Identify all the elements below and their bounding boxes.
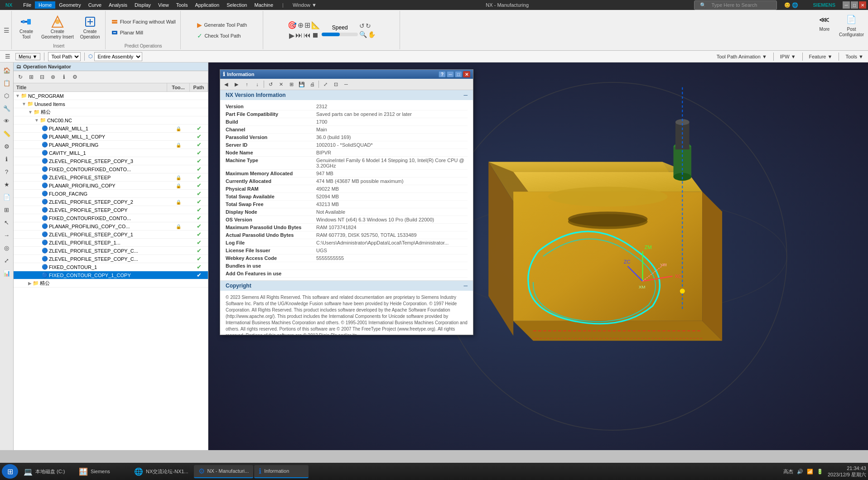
tree-row[interactable]: 🔵 ZLEVEL_PROFILE_STEEP_COPY_1 ✔ — [14, 230, 208, 239]
taskbar-item-nx-mfg[interactable]: ⚙ NX - Manufacturi... — [194, 465, 254, 478]
taskbar-item-info[interactable]: ℹ Information — [254, 465, 309, 478]
dialog-tool-copy[interactable]: ⊞ — [286, 80, 296, 89]
back-icon[interactable]: ⏮ — [304, 31, 311, 40]
tree-row[interactable]: ▼ 📁 精公 — [14, 108, 208, 116]
sidebar-icon-doc[interactable]: 📄 — [1, 191, 13, 203]
tree-row[interactable]: 🔵 ZLEVEL_PROFILE_STEEP 🔒 ✔ — [14, 173, 208, 182]
sidebar-icon-home[interactable]: 🏠 — [1, 64, 13, 76]
dialog-tool-up[interactable]: ↑ — [242, 80, 252, 89]
sidebar-icon-info[interactable]: ℹ — [1, 153, 13, 165]
dialog-content[interactable]: NX Version Information ─ Version 2312 Pa… — [220, 90, 473, 335]
spin-left-icon[interactable]: ↺ — [359, 22, 365, 29]
viewport[interactable]: XC ZM ZC YM XM — [208, 62, 868, 450]
menu-file[interactable]: File — [19, 1, 35, 9]
window-menu[interactable]: Window ▼ — [289, 1, 320, 9]
tree-row[interactable]: 🔵 FIXED_CONTOUR_COPY_1_COPY ✔ — [14, 271, 208, 279]
tree-row[interactable]: 🔵 PLANAR_MILL_1 🔒 ✔ — [14, 125, 208, 133]
planar-mill-button[interactable]: Planar Mill — [109, 28, 145, 37]
tree-row[interactable]: 🔵 ZLEVEL_PROFILE_STEEP_COPY ✔ — [14, 206, 208, 214]
tree-row[interactable]: 🔵 ZLEVEL_PROFILE_STEEP_1... ✔ — [14, 239, 208, 247]
floor-facing-button[interactable]: Floor Facing without Wall — [109, 17, 178, 26]
more-button[interactable]: ⋘ More — [813, 11, 836, 49]
nav-expand-btn[interactable]: ⊞ — [26, 72, 36, 82]
sidebar-icon-grid[interactable]: ⊞ — [1, 204, 13, 216]
nav-refresh-btn[interactable]: ↻ — [15, 72, 25, 82]
post-configurator-button[interactable]: 📄 PostConfigurator — [837, 11, 866, 49]
taskbar-clock[interactable]: 21:34:43 2023/12/9 星期六 — [828, 465, 866, 478]
tree-row[interactable]: ▼ 📁 CNC00.NC — [14, 116, 208, 125]
nav-filter-btn[interactable]: ⊛ — [48, 72, 58, 82]
sidebar-icon-layers[interactable]: 📋 — [1, 77, 13, 89]
step-icon[interactable]: ⏭ — [295, 31, 303, 40]
sys-icon-1[interactable]: 🔊 — [797, 469, 803, 475]
view-icon-3[interactable]: ⊞ — [304, 21, 310, 29]
tree-row[interactable]: ▶ 📁 精公 — [14, 279, 208, 288]
sidebar-icon-help[interactable]: ? — [1, 166, 13, 178]
dialog-maximize-btn[interactable]: □ — [455, 71, 462, 77]
menu-selection[interactable]: Selection — [223, 1, 251, 9]
sidebar-icon-star[interactable]: ★ — [1, 178, 13, 190]
menu-tools[interactable]: Tools — [173, 1, 192, 9]
close-btn[interactable]: ✕ — [859, 1, 866, 9]
sidebar-icon-circle[interactable]: ◎ — [1, 242, 13, 254]
taskbar-item-local-disk[interactable]: 💻 本地磁盘 (C:) — [19, 466, 73, 478]
menu-geometry[interactable]: Geometry — [55, 1, 84, 9]
sidebar-icon-measure[interactable]: 📏 — [1, 128, 13, 139]
feature-btn[interactable]: Feature ▼ — [806, 53, 835, 60]
tree-row[interactable]: 🔵 FIXED_CONTOUR_1 ✔ — [14, 263, 208, 271]
menu-curve[interactable]: Curve — [85, 1, 105, 9]
sidebar-icon-tools[interactable]: 🔧 — [1, 102, 13, 114]
taskbar-item-forum[interactable]: 🌐 NX交流论坛-NX1... — [130, 466, 193, 478]
toolpath-animation-btn[interactable]: Tool Path Animation ▼ — [714, 53, 770, 60]
dialog-tool-wrap[interactable]: ⊡ — [331, 80, 341, 89]
speed-slider[interactable] — [322, 33, 358, 36]
ipw-btn[interactable]: IPW ▼ — [777, 53, 799, 60]
maximize-btn[interactable]: □ — [851, 1, 858, 9]
play-icon[interactable]: ▶ — [289, 31, 294, 40]
sidebar-icon-settings[interactable]: ⚙ — [1, 140, 13, 152]
tree-row[interactable]: 🔵 FLOOR_FACING ✔ — [14, 190, 208, 198]
menu-display[interactable]: Display — [131, 1, 154, 9]
menu-dropdown-btn[interactable]: Menu ▼ — [15, 53, 40, 60]
dialog-tool-prev[interactable]: ◀ — [221, 80, 231, 89]
sidebar-icon-graph[interactable]: 📊 — [1, 267, 13, 279]
menu-icon[interactable]: ☰ — [2, 51, 14, 62]
tree-row[interactable]: 🔵 ZLEVEL_PROFILE_STEEP_COPY_3 ✔ — [14, 157, 208, 165]
stop-icon[interactable]: ⏹ — [312, 31, 319, 40]
dialog-minimize-btn[interactable]: ─ — [447, 71, 454, 77]
view-icon-1[interactable]: 🎯 — [288, 21, 297, 29]
dialog-close-btn[interactable]: ✕ — [463, 71, 470, 77]
dialog-tool-save[interactable]: 💾 — [297, 80, 307, 89]
nav-collapse-btn[interactable]: ⊟ — [37, 72, 47, 82]
minimize-btn[interactable]: ─ — [843, 1, 850, 9]
zoom-icon[interactable]: 🔍 — [359, 31, 367, 38]
dialog-tool-next[interactable]: ▶ — [231, 80, 241, 89]
sidebar-icon-arrow[interactable]: → — [1, 229, 13, 241]
tree-row[interactable]: ▼ 📁 NC_PROGRAM — [14, 92, 208, 100]
dialog-help-btn[interactable]: ? — [439, 71, 446, 77]
dialog-tool-clear[interactable]: ✕ — [276, 80, 286, 89]
dialog-tool-print[interactable]: 🖨 — [307, 80, 317, 89]
spin-right-icon[interactable]: ↻ — [366, 22, 371, 29]
menu-machine[interactable]: Machine — [251, 1, 277, 9]
tree-row[interactable]: 🔵 PLANAR_PROFILING 🔒 ✔ — [14, 141, 208, 149]
dialog-tool-expand[interactable]: ⤢ — [320, 80, 330, 89]
tree-row[interactable]: 🔵 FIXED_CONTOURFIXED_CONTO... ✔ — [14, 214, 208, 222]
tree-row[interactable]: 🔵 ZLEVEL_PROFILE_STEEP_COPY_2 🔒 ✔ — [14, 198, 208, 206]
tree-row[interactable]: 🔵 PLANAR_PROFILING_COPY 🔒 ✔ — [14, 182, 208, 190]
menu-application[interactable]: Application — [191, 1, 223, 9]
search-input[interactable] — [711, 2, 775, 8]
assembly-select[interactable]: Entire Assembly — [94, 52, 142, 61]
toolpath-select[interactable]: Tool Path — [48, 52, 81, 61]
tree-row[interactable]: 🔵 CAVITY_MILL_1 ✔ — [14, 149, 208, 157]
generate-toolpath-button[interactable]: ▶ Generate Tool Path — [195, 20, 249, 29]
dialog-tool-down[interactable]: ↓ — [252, 80, 262, 89]
sidebar-toggle-icon[interactable]: ☰ — [4, 27, 10, 34]
sidebar-icon-view[interactable]: 👁 — [1, 115, 13, 127]
tree-row[interactable]: 🔵 FIXED_CONTOURFIXED_CONTO... ✔ — [14, 165, 208, 173]
tools-btn[interactable]: Tools ▼ — [843, 53, 866, 60]
dialog-tool-rotate[interactable]: ↺ — [265, 80, 275, 89]
check-toolpath-button[interactable]: ✓ Check Tool Path — [195, 31, 242, 40]
tree-row[interactable]: 🔵 PLANAR_PROFILING_COPY_CO... 🔒 ✔ — [14, 222, 208, 230]
view-icon-4[interactable]: 📐 — [311, 21, 320, 29]
